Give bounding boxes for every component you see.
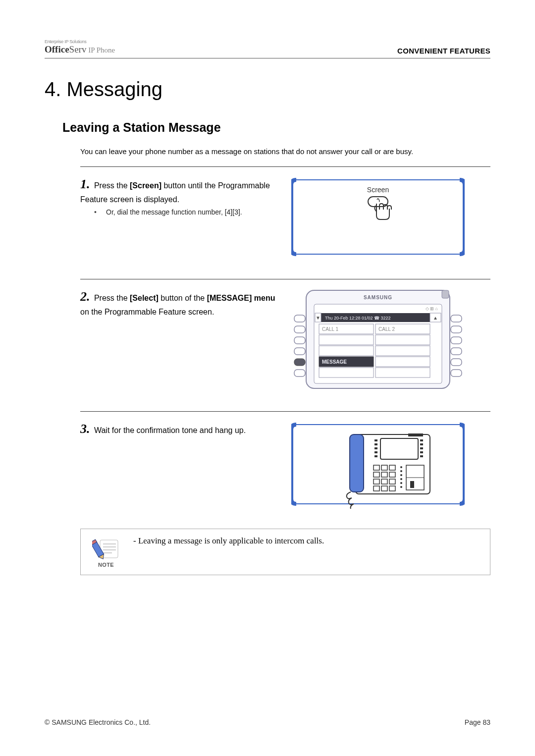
step-2-tail: on the Programmable Feature screen. [80, 308, 214, 316]
step-3-text: 3. Wait for the confirmation tone and ha… [80, 420, 283, 509]
svg-rect-16 [294, 359, 305, 366]
page-footer: © SAMSUNG Electronics Co., Ltd. Page 83 [45, 718, 490, 726]
svg-point-64 [400, 482, 402, 484]
svg-rect-29 [375, 346, 430, 356]
intro-text: You can leave your phone number as a mes… [80, 147, 490, 157]
step-number: 2. [80, 289, 90, 304]
step-1-bold: [Screen] [130, 181, 161, 190]
step-3-illus [291, 420, 465, 509]
svg-rect-28 [319, 346, 374, 356]
svg-rect-44 [420, 443, 423, 445]
frame-svg: Screen [291, 175, 465, 259]
brand-office: Office [45, 44, 69, 54]
note-label: NOTE [89, 562, 123, 568]
subsection-title: Leaving a Station Message [62, 120, 490, 135]
section-title: 4. Messaging [45, 78, 490, 101]
svg-rect-39 [374, 443, 377, 445]
svg-rect-5 [294, 315, 305, 322]
step-2-bold2: [MESSAGE] menu [207, 294, 275, 302]
step-2-illus: SAMSUNG [291, 287, 465, 391]
brand-line: OfficeServ IP Phone [45, 45, 115, 55]
svg-point-61 [400, 470, 402, 472]
svg-rect-12 [451, 337, 462, 344]
brand-serv: Serv [69, 44, 87, 54]
svg-point-62 [400, 474, 402, 476]
page: Enterprise IP Solutions OfficeServ IP Ph… [0, 0, 535, 756]
svg-rect-68 [410, 481, 414, 488]
brand-block: Enterprise IP Solutions OfficeServ IP Ph… [45, 40, 115, 55]
brand-ip: IP Phone [86, 46, 115, 54]
note-icon-block: NOTE [89, 536, 123, 568]
svg-rect-26 [319, 335, 374, 345]
lcd-cell-6: MESSAGE [322, 359, 347, 365]
svg-rect-38 [374, 439, 377, 441]
svg-point-63 [400, 478, 402, 480]
svg-rect-10 [451, 315, 462, 322]
svg-rect-43 [420, 439, 423, 441]
svg-rect-8 [294, 348, 305, 355]
step-1-text: 1. Press the [Screen] button until the P… [80, 175, 283, 259]
step-1-pre: Press the [92, 181, 130, 190]
lcd-brand: SAMSUNG [364, 295, 392, 300]
svg-rect-40 [374, 447, 377, 449]
step-1-illus: Screen [291, 175, 465, 259]
step-3: 3. Wait for the confirmation tone and ha… [80, 411, 490, 509]
lcd-cell-1: CALL 2 [378, 326, 395, 332]
svg-rect-7 [294, 337, 305, 344]
note-text: - Leaving a message is only applicable t… [133, 536, 482, 546]
svg-point-65 [400, 486, 402, 488]
bullet-dot: • [94, 208, 106, 216]
phone-svg [291, 420, 465, 509]
svg-text:◇ ⊞ ⌂: ◇ ⊞ ⌂ [426, 306, 438, 311]
lcd-cell-0: CALL 1 [322, 326, 338, 332]
svg-rect-41 [374, 451, 377, 453]
svg-rect-46 [420, 451, 423, 453]
step-1-bullet-text: Or, dial the message function number, [4… [106, 208, 242, 216]
footer-page: Page 83 [465, 718, 490, 726]
svg-rect-70 [350, 434, 364, 492]
svg-rect-13 [451, 348, 462, 355]
step-2-mid: button of the [159, 294, 207, 302]
note-box: NOTE - Leaving a message is only applica… [80, 529, 490, 575]
svg-rect-30 [375, 357, 430, 367]
svg-text:▲: ▲ [433, 315, 438, 321]
screen-button-label: Screen [367, 186, 389, 194]
svg-rect-47 [420, 455, 423, 457]
lcd-svg: SAMSUNG [291, 287, 465, 391]
svg-rect-9 [294, 370, 305, 377]
svg-text:▼: ▼ [316, 315, 321, 321]
step-1-bullet: • Or, dial the message function number, … [94, 208, 283, 216]
svg-rect-27 [375, 335, 430, 345]
svg-rect-11 [451, 326, 462, 333]
svg-rect-15 [451, 370, 462, 377]
lcd-dateline: Thu 20-Feb 12:28 01/02 ☎ 3222 [325, 316, 391, 321]
svg-rect-6 [294, 326, 305, 333]
header-section-label: CONVENIENT FEATURES [397, 47, 490, 55]
svg-rect-14 [451, 359, 462, 366]
step-number: 1. [80, 177, 90, 191]
hand-icon [374, 204, 391, 219]
svg-rect-42 [374, 455, 377, 457]
svg-rect-31 [319, 368, 374, 378]
page-header: Enterprise IP Solutions OfficeServ IP Ph… [45, 40, 490, 58]
svg-point-60 [400, 466, 402, 468]
step-1: 1. Press the [Screen] button until the P… [80, 166, 490, 259]
svg-rect-45 [420, 447, 423, 449]
svg-rect-69 [408, 433, 423, 436]
step-2-text: 2. Press the [Select] button of the [MES… [80, 287, 283, 391]
step-2: 2. Press the [Select] button of the [MES… [80, 279, 490, 391]
svg-rect-32 [375, 368, 430, 378]
svg-rect-4 [442, 290, 449, 298]
note-icon [92, 536, 120, 560]
step-number: 3. [80, 422, 90, 436]
step-2-bold1: [Select] [130, 294, 159, 302]
step-3-pre: Wait for the confirmation tone and hang … [92, 426, 246, 434]
svg-rect-37 [380, 438, 418, 459]
step-2-pre: Press the [92, 294, 130, 302]
footer-copyright: © SAMSUNG Electronics Co., Ltd. [45, 718, 151, 726]
